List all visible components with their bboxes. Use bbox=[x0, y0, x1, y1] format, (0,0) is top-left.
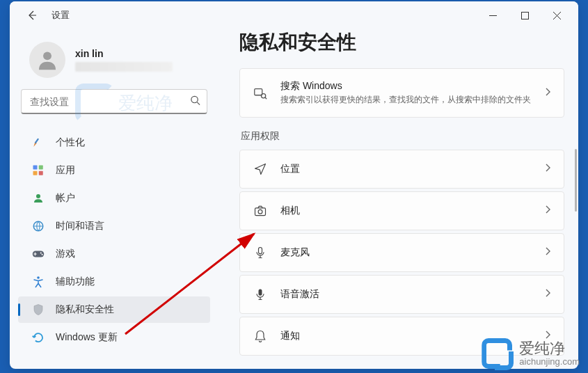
window-controls bbox=[477, 4, 573, 26]
svg-rect-7 bbox=[39, 171, 43, 175]
chevron-right-icon bbox=[544, 87, 551, 100]
svg-point-12 bbox=[42, 254, 43, 255]
svg-rect-6 bbox=[33, 171, 38, 175]
svg-point-13 bbox=[37, 276, 40, 279]
search-input[interactable] bbox=[21, 89, 207, 114]
maximize-button[interactable] bbox=[509, 4, 541, 26]
gaming-icon bbox=[32, 248, 45, 260]
sidebar-item-personalization[interactable]: 个性化 bbox=[18, 129, 210, 156]
row-title: 语音激活 bbox=[280, 288, 532, 301]
svg-rect-4 bbox=[33, 166, 38, 170]
svg-point-17 bbox=[258, 209, 262, 214]
svg-point-2 bbox=[191, 96, 198, 102]
back-button[interactable] bbox=[21, 4, 43, 26]
row-panel-notifications: 通知 bbox=[239, 317, 564, 356]
person-icon bbox=[35, 48, 59, 72]
svg-point-8 bbox=[36, 194, 40, 198]
sidebar-item-label: 时间和语言 bbox=[56, 220, 104, 232]
row-notifications[interactable]: 通知 bbox=[240, 317, 564, 355]
close-button[interactable] bbox=[541, 4, 573, 26]
sidebar-item-apps[interactable]: 应用 bbox=[18, 157, 210, 184]
svg-rect-0 bbox=[521, 12, 528, 19]
scrollbar-thumb[interactable] bbox=[575, 149, 577, 212]
sidebar-item-label: Windows 更新 bbox=[56, 331, 118, 344]
voice-activation-icon bbox=[253, 287, 268, 302]
row-body: 搜索 Windows 搜索索引以获得更快的结果，查找我的文件，从搜索中排除的文件… bbox=[280, 80, 532, 106]
sidebar-item-label: 个性化 bbox=[56, 136, 85, 149]
app-title: 设置 bbox=[51, 9, 70, 22]
user-profile[interactable]: xin lin bbox=[10, 36, 218, 89]
svg-point-15 bbox=[261, 93, 265, 97]
search-box bbox=[21, 89, 207, 114]
row-voice-activation[interactable]: 语音激活 bbox=[240, 276, 564, 313]
svg-point-1 bbox=[43, 51, 51, 60]
chevron-right-icon bbox=[544, 288, 551, 301]
settings-window: 设置 xin lin bbox=[10, 1, 578, 369]
accounts-icon bbox=[32, 192, 45, 205]
sidebar-item-label: 帐户 bbox=[56, 192, 75, 205]
content-area: xin lin 个性化 bbox=[10, 29, 578, 369]
sidebar-item-label: 隐私和安全性 bbox=[56, 303, 114, 316]
nav-list: 个性化 应用 帐户 时 bbox=[10, 128, 218, 369]
accessibility-icon bbox=[32, 276, 45, 288]
row-panel-location: 位置 bbox=[239, 150, 564, 189]
maximize-icon bbox=[521, 12, 529, 19]
row-panel-microphone: 麦克风 bbox=[239, 233, 564, 272]
row-camera[interactable]: 相机 bbox=[240, 192, 564, 230]
sidebar-item-time-language[interactable]: 时间和语言 bbox=[18, 213, 210, 239]
back-arrow-icon bbox=[26, 10, 38, 21]
minimize-icon bbox=[489, 12, 497, 19]
sidebar: xin lin 个性化 bbox=[10, 29, 218, 369]
page-title: 隐私和安全性 bbox=[239, 29, 571, 56]
svg-rect-14 bbox=[255, 88, 262, 95]
row-title: 相机 bbox=[280, 205, 532, 217]
notifications-icon bbox=[253, 328, 268, 344]
apps-icon bbox=[32, 164, 45, 177]
svg-rect-5 bbox=[39, 166, 43, 170]
close-icon bbox=[553, 12, 561, 19]
location-icon bbox=[253, 161, 268, 177]
minimize-button[interactable] bbox=[477, 4, 509, 26]
camera-icon bbox=[253, 203, 268, 219]
titlebar: 设置 bbox=[10, 1, 578, 29]
sidebar-item-label: 应用 bbox=[56, 164, 75, 177]
sidebar-item-privacy[interactable]: 隐私和安全性 bbox=[18, 296, 210, 323]
search-icon bbox=[190, 95, 200, 109]
row-subtitle: 搜索索引以获得更快的结果，查找我的文件，从搜索中排除的文件夹 bbox=[280, 94, 532, 106]
update-icon bbox=[32, 331, 45, 344]
user-email-redacted bbox=[75, 62, 173, 72]
svg-rect-16 bbox=[255, 208, 266, 216]
row-title: 麦克风 bbox=[280, 246, 532, 259]
search-windows-icon bbox=[253, 86, 268, 101]
row-title: 搜索 Windows bbox=[280, 80, 532, 93]
row-search-windows[interactable]: 搜索 Windows 搜索索引以获得更快的结果，查找我的文件，从搜索中排除的文件… bbox=[240, 69, 564, 117]
svg-rect-3 bbox=[35, 138, 40, 143]
search-windows-panel: 搜索 Windows 搜索索引以获得更快的结果，查找我的文件，从搜索中排除的文件… bbox=[239, 68, 564, 118]
row-microphone[interactable]: 麦克风 bbox=[240, 234, 564, 271]
chevron-right-icon bbox=[544, 205, 551, 217]
avatar bbox=[29, 42, 65, 78]
sidebar-item-label: 辅助功能 bbox=[56, 276, 95, 288]
microphone-icon bbox=[253, 245, 268, 260]
section-label-app-permissions: 应用权限 bbox=[241, 130, 571, 143]
row-panel-voice-activation: 语音激活 bbox=[239, 275, 564, 314]
main-panel: 隐私和安全性 搜索 Windows 搜索索引以获得更快的结果，查找我的文件，从搜… bbox=[218, 29, 578, 369]
svg-point-11 bbox=[40, 252, 42, 253]
chevron-right-icon bbox=[544, 330, 551, 342]
personalization-icon bbox=[32, 136, 45, 149]
sidebar-item-label: 游戏 bbox=[56, 248, 75, 260]
privacy-icon bbox=[32, 303, 45, 316]
sidebar-item-gaming[interactable]: 游戏 bbox=[18, 241, 210, 267]
user-name: xin lin bbox=[75, 48, 173, 59]
row-location[interactable]: 位置 bbox=[240, 150, 564, 188]
svg-rect-19 bbox=[259, 289, 262, 296]
sidebar-item-accounts[interactable]: 帐户 bbox=[18, 185, 210, 212]
sidebar-item-accessibility[interactable]: 辅助功能 bbox=[18, 269, 210, 295]
row-title: 位置 bbox=[280, 163, 532, 175]
chevron-right-icon bbox=[544, 163, 551, 175]
chevron-right-icon bbox=[544, 246, 551, 259]
time-language-icon bbox=[32, 220, 45, 232]
svg-rect-18 bbox=[259, 248, 262, 254]
sidebar-item-windows-update[interactable]: Windows 更新 bbox=[18, 324, 210, 351]
row-panel-camera: 相机 bbox=[239, 191, 564, 230]
